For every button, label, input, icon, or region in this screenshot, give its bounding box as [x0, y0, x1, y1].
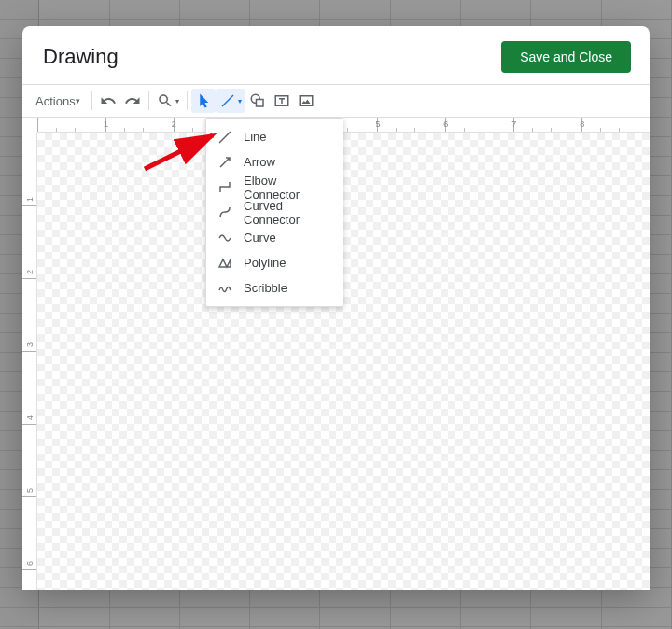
scribble-icon [217, 281, 232, 296]
undo-button[interactable] [96, 89, 120, 113]
elbow-connector-icon [217, 180, 232, 195]
line-tool-button[interactable]: ▾ [216, 89, 245, 113]
svg-rect-3 [300, 96, 313, 106]
ruler-tick: 1 [104, 119, 108, 129]
zoom-icon [157, 92, 174, 109]
drawing-modal: Drawing Save and Close Actions ▾ ▾ [22, 26, 650, 590]
line-menu-curved-connector[interactable]: Curved Connector [206, 200, 343, 225]
horizontal-ruler: 1 2 3 4 5 6 7 8 [37, 118, 650, 133]
separator [187, 91, 188, 110]
cursor-icon [195, 92, 212, 109]
canvas-area: 1 2 3 4 5 6 7 8 1 2 3 4 5 6 Line A [22, 118, 650, 590]
ruler-tick: 3 [25, 342, 35, 347]
menu-item-label: Curve [244, 231, 276, 245]
zoom-button[interactable]: ▾ [153, 89, 183, 113]
line-menu-curve[interactable]: Curve [206, 225, 343, 250]
menu-item-label: Polyline [244, 256, 287, 270]
line-menu-polyline[interactable]: Polyline [206, 250, 343, 275]
chevron-down-icon: ▾ [175, 97, 179, 105]
ruler-tick: 6 [443, 119, 448, 129]
separator [91, 91, 92, 110]
ruler-tick: 2 [25, 270, 35, 274]
image-icon [298, 92, 315, 109]
shape-icon [249, 92, 266, 109]
ruler-tick: 4 [25, 415, 35, 420]
select-tool-button[interactable] [191, 89, 216, 113]
menu-item-label: Arrow [244, 155, 275, 169]
line-dropdown-menu: Line Arrow Elbow Connector Curved Connec… [205, 118, 343, 307]
drawing-canvas[interactable] [37, 133, 650, 590]
ruler-tick: 7 [511, 119, 516, 129]
ruler-tick: 5 [375, 119, 380, 129]
menu-item-label: Curved Connector [244, 199, 331, 227]
separator [148, 91, 149, 110]
menu-item-label: Elbow Connector [244, 174, 331, 202]
line-icon [217, 130, 232, 145]
line-menu-arrow[interactable]: Arrow [206, 149, 343, 175]
curved-connector-icon [217, 205, 232, 220]
ruler-tick: 8 [580, 119, 584, 129]
curve-icon [217, 231, 232, 245]
ruler-tick: 6 [25, 561, 35, 566]
menu-item-label: Scribble [244, 281, 287, 295]
line-menu-elbow-connector[interactable]: Elbow Connector [206, 175, 343, 200]
modal-header: Drawing Save and Close [22, 26, 650, 84]
arrow-icon [217, 155, 232, 170]
svg-rect-1 [256, 100, 263, 107]
redo-button[interactable] [120, 89, 145, 113]
ruler-tick: 5 [25, 488, 35, 493]
actions-menu-button[interactable]: Actions [28, 89, 88, 113]
textbox-icon [273, 92, 290, 109]
ruler-tick: 2 [172, 119, 176, 129]
toolbar: Actions ▾ ▾ [22, 84, 650, 118]
redo-icon [124, 92, 141, 109]
line-menu-scribble[interactable]: Scribble [206, 275, 343, 301]
chevron-down-icon: ▾ [238, 97, 242, 105]
modal-title: Drawing [43, 45, 119, 69]
image-tool-button[interactable] [294, 89, 318, 113]
menu-item-label: Line [244, 130, 267, 144]
save-and-close-button[interactable]: Save and Close [501, 41, 631, 73]
shape-tool-button[interactable] [245, 89, 270, 113]
textbox-tool-button[interactable] [270, 89, 294, 113]
ruler-tick: 1 [25, 197, 35, 202]
vertical-ruler: 1 2 3 4 5 6 [22, 133, 37, 590]
line-menu-line[interactable]: Line [206, 124, 343, 149]
line-icon [219, 92, 236, 109]
undo-icon [100, 92, 117, 109]
polyline-icon [217, 256, 232, 271]
